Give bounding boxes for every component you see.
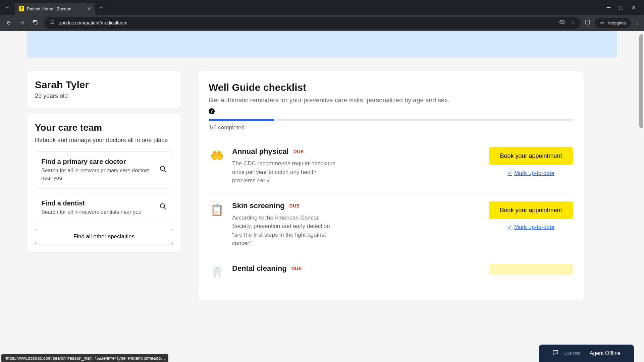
chat-widget[interactable]: Live chat: Agent Offline	[539, 345, 634, 362]
tab-bar: Z Patient Home | Zocdoc ✕ + ─ ▢ ✕	[0, 0, 644, 15]
item-desc: The CDC recommends regular checkups once…	[232, 159, 339, 185]
checklist-item-dental-cleaning: 🦷 Dental cleaning DUE	[209, 256, 573, 289]
help-icon[interactable]: ?	[209, 108, 215, 114]
sidebar: Sarah Tyler 29 years old Your care team …	[27, 71, 181, 300]
reload-button[interactable]	[31, 18, 40, 27]
window-controls: ─ ▢ ✕	[607, 4, 641, 11]
page-content: Sarah Tyler 29 years old Your care team …	[0, 31, 644, 362]
top-banner	[27, 31, 617, 58]
patient-age: 29 years old	[35, 93, 173, 100]
book-appointment-button[interactable]: Book your appointment	[489, 147, 573, 165]
dental-cleaning-icon: 🦷	[209, 264, 225, 281]
browser-tab[interactable]: Z Patient Home | Zocdoc ✕	[15, 3, 95, 15]
zocdoc-favicon: Z	[19, 6, 24, 11]
find-dentist-card[interactable]: Find a dentist Search for all in-network…	[35, 193, 173, 222]
find-card-desc: Search for all in-network dentists near …	[41, 208, 159, 216]
annual-physical-icon: 🤲	[209, 147, 225, 164]
care-team-title: Your care team	[35, 122, 173, 133]
find-card-desc: Search for all in-network primary care d…	[41, 167, 159, 182]
find-all-specialties-button[interactable]: Find all other specialties	[35, 229, 173, 244]
item-desc: According to the American Cancer Society…	[232, 214, 339, 248]
address-bar: zocdoc.com/patient/medicalteam ☆ Incogni…	[0, 15, 644, 31]
patient-name: Sarah Tyler	[35, 79, 173, 90]
book-appointment-button[interactable]: Book your appointment	[489, 201, 573, 219]
site-settings-icon[interactable]	[50, 19, 55, 26]
item-title: Skin screening	[232, 201, 285, 210]
check-icon: ✓	[507, 170, 512, 177]
due-badge: DUE	[291, 266, 302, 271]
privacy-icon[interactable]	[559, 19, 565, 26]
tab-dropdown-button[interactable]	[3, 3, 12, 12]
search-icon	[159, 203, 167, 212]
chat-prefix: Live chat:	[564, 351, 581, 356]
svg-point-2	[603, 22, 604, 24]
progress-bar	[209, 119, 573, 121]
new-tab-button[interactable]: +	[99, 4, 103, 11]
svg-point-3	[160, 166, 165, 171]
find-primary-care-card[interactable]: Find a primary care doctor Search for al…	[35, 152, 173, 188]
menu-button[interactable]: ⋮	[635, 20, 640, 26]
search-icon	[159, 165, 167, 175]
check-icon: ✓	[507, 224, 512, 231]
extensions-icon[interactable]	[585, 19, 591, 26]
find-card-title: Find a dentist	[41, 199, 159, 207]
skin-screening-icon: 📋	[209, 201, 225, 218]
incognito-icon	[599, 20, 605, 26]
chat-status: Agent Offline	[590, 350, 621, 356]
browser-chrome: Z Patient Home | Zocdoc ✕ + ─ ▢ ✕ zocdoc…	[0, 0, 644, 31]
scrollbar[interactable]	[639, 31, 644, 362]
item-title: Dental cleaning	[232, 264, 287, 273]
close-window-button[interactable]: ✕	[632, 4, 636, 11]
mark-up-to-date-link[interactable]: ✓ Mark up-to-date	[507, 170, 554, 177]
scroll-thumb[interactable]	[639, 34, 643, 128]
care-team-subtitle: Rebook and manage your doctors all in on…	[35, 136, 173, 145]
profile-card: Sarah Tyler 29 years old	[27, 71, 181, 108]
back-button[interactable]	[4, 18, 13, 27]
svg-point-4	[160, 204, 165, 208]
well-guide-panel: Well Guide checklist Get automatic remin…	[198, 71, 584, 300]
well-guide-title: Well Guide checklist	[209, 82, 573, 93]
checklist-item-annual-physical: 🤲 Annual physical DUE The CDC recommends…	[209, 139, 573, 193]
tab-title: Patient Home | Zocdoc	[27, 6, 87, 11]
find-card-title: Find a primary care doctor	[41, 158, 159, 166]
maximize-button[interactable]: ▢	[619, 4, 624, 11]
well-guide-desc: Get automatic reminders for your prevent…	[209, 97, 573, 104]
svg-rect-0	[586, 20, 590, 24]
tab-close-button[interactable]: ✕	[87, 6, 91, 12]
svg-point-1	[601, 22, 602, 24]
due-badge: DUE	[289, 203, 300, 208]
checklist-item-skin-screening: 📋 Skin screening DUE According to the Am…	[209, 193, 573, 256]
care-team-card: Your care team Rebook and manage your do…	[27, 114, 181, 252]
due-badge: DUE	[293, 149, 304, 154]
status-bar: https://www.zocdoc.com/search?reason_vis…	[1, 354, 168, 362]
book-appointment-button[interactable]	[489, 264, 573, 275]
progress-fill	[209, 119, 274, 121]
chat-icon	[552, 349, 559, 357]
minimize-button[interactable]: ─	[607, 4, 610, 11]
item-title: Annual physical	[232, 147, 289, 156]
bookmark-icon[interactable]: ☆	[571, 19, 575, 26]
forward-button[interactable]	[17, 18, 27, 27]
url-text: zocdoc.com/patient/medicalteam	[59, 20, 555, 25]
incognito-badge[interactable]: Incognito	[595, 18, 631, 28]
progress-text: 1/6 completed	[209, 124, 573, 131]
url-bar[interactable]: zocdoc.com/patient/medicalteam ☆	[44, 17, 581, 29]
mark-up-to-date-link[interactable]: ✓ Mark up-to-date	[507, 224, 554, 231]
